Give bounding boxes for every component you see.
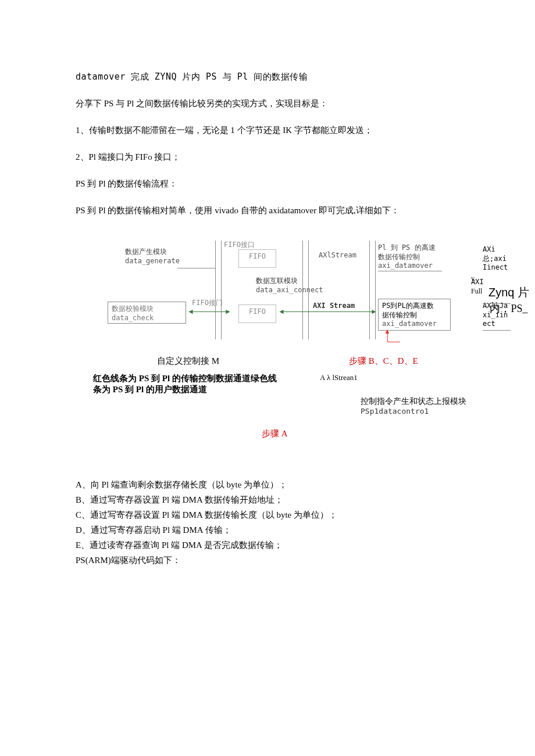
- data-check-en: data_check: [112, 314, 154, 322]
- diagram-captions: 自定义控制接 M 步骤 B、C、D、E 红色线条为 PS 到 Pl 的传输控制数…: [76, 356, 477, 454]
- diagram-vline: [215, 241, 216, 339]
- right-note-text: AXi: [483, 245, 495, 253]
- right-note-3: AXl⅛Ja xi_iin ect: [483, 302, 508, 329]
- diagram-vline: [375, 241, 376, 339]
- caption-line1: 红色线条为 PS 到 Pl 的传输控制数据通道绿色线: [93, 374, 277, 383]
- caption-control-module: 控制指令产生和状态上报模块 PSp1datacontro1: [361, 396, 466, 416]
- diagram-hline-green: [192, 311, 227, 312]
- right-note-text: xi_iin: [483, 311, 508, 319]
- caption-control-module-en: PSp1datacontro1: [361, 407, 429, 415]
- fifo-interface-label-bottom: FIFO接门: [192, 299, 223, 308]
- fifo-box-top: FIFO: [238, 249, 276, 268]
- axi-stream-label-mid: AXI Stream: [313, 302, 355, 311]
- arrow-up-icon: ▲: [384, 328, 391, 335]
- driver-code-heading: PS(ARM)端驱动代码如下：: [76, 553, 477, 567]
- diagram-hline: [177, 268, 215, 268]
- caption-step-a: 步骤 A: [262, 428, 288, 439]
- step-a: A、向 Pl 端查询剩余数据存储长度（以 byte 为单位）；: [76, 478, 477, 492]
- data-check-cn: 数据校验模块: [112, 304, 154, 313]
- data-connector-en: data_axi_connect: [256, 286, 323, 294]
- arrow-right-icon: ►: [224, 308, 231, 315]
- step-e: E、通过读寄存器查询 Pl 端 DMA 是否完成数据传输；: [76, 538, 477, 552]
- data-check-block: 数据校验模块 data_check: [108, 302, 186, 324]
- right-note-text: Iinect: [483, 263, 508, 271]
- data-generate-en: data_generate: [125, 257, 180, 265]
- right-note-text: ect: [483, 320, 495, 328]
- caption-axi-stream: A λ lStrean1: [320, 373, 358, 382]
- pl-to-ps-en: axi_datamover: [378, 261, 433, 270]
- flow-description: PS 到 Pl 的数据传输相对简单，使用 vivado 自带的 axidatam…: [76, 203, 477, 217]
- right-note-text: 总;axi: [483, 255, 507, 263]
- caption-red-green-lines: 红色线条为 PS 到 Pl 的传输控制数据通道绿色线 条为 PS 到 Pl 的用…: [93, 373, 308, 395]
- title: datamover 完成 ZYNQ 片内 PS 与 Pl 间的数据传输: [76, 70, 477, 84]
- data-connector-block: 数据互联模块 data_axi_connect: [256, 277, 323, 295]
- pl-to-ps-block: Pl 到 PS 的高速 数据传输控制 axi_datamover: [378, 243, 436, 271]
- step-c: C、通过写寄存器设置 Pl 端 DMA 数据传输长度（以 byte 为单位）；: [76, 508, 477, 522]
- diagram-vline: [221, 241, 222, 339]
- goal-2: 2、Pl 端接口为 FIFo 接口；: [76, 150, 477, 164]
- step-d: D、通过写寄存器启动 Pl 端 DMA 传输；: [76, 523, 477, 537]
- right-note-text: Full: [471, 287, 482, 295]
- goal-1: 1、传输时数据不能滞留在一端，无论是 1 个字节还是 IK 字节都能立即发送；: [76, 123, 477, 137]
- fifo-interface-label-top: FIFO接口: [224, 241, 255, 250]
- ps-to-pl-block: PS到PL的高速数 据传输控制 axi_datamover: [378, 299, 451, 331]
- block-diagram: 数据产生模块 data_generate FIFO接口 FIFO AXlStre…: [76, 241, 477, 351]
- note-zynq: Zynq 片: [488, 286, 529, 299]
- document-page: datamover 完成 ZYNQ 片内 PS 与 Pl 间的数据传输 分享下 …: [0, 0, 535, 603]
- right-note-2: AXI Full: [471, 278, 484, 296]
- fifo-box-bottom: FIFO: [238, 304, 276, 323]
- pl-to-ps-cn1: Pl 到 PS 的高速: [378, 243, 436, 252]
- axi-stream-label-top: AXlStream: [319, 251, 356, 260]
- caption-control-module-cn: 控制指令产生和状态上报模块: [361, 397, 466, 406]
- pl-to-ps-cn2: 数据传输控制: [378, 253, 420, 261]
- caption-steps-bcde: 步骤 B、C、D、E: [349, 356, 418, 367]
- intro-paragraph: 分享下 PS 与 Pl 之间数据传输比较另类的实现方式，实现目标是：: [76, 96, 477, 110]
- step-b: B、通过写寄存器设置 Pl 端 DMA 数据传输开始地址；: [76, 493, 477, 507]
- ps-to-pl-cn1: PS到PL的高速数: [382, 302, 434, 310]
- data-generate-cn: 数据产生模块: [125, 248, 167, 256]
- flow-heading: PS 到 Pl 的数据传输流程：: [76, 177, 477, 191]
- data-connector-cn: 数据互联模块: [256, 277, 298, 285]
- arrow-right-icon: ►: [370, 308, 377, 315]
- steps-list: A、向 Pl 端查询剩余数据存储长度（以 byte 为单位）； B、通过写寄存器…: [76, 478, 477, 567]
- diagram-hline-green: [283, 311, 373, 312]
- ps-to-pl-cn2: 据传输控制: [382, 311, 417, 319]
- diagram-hline: [378, 271, 442, 271]
- data-generate-block: 数据产生模块 data_generate: [125, 248, 180, 266]
- caption-line2: 条为 PS 到 Pl 的用户数据通道: [93, 385, 207, 394]
- diagram-hline-red: [387, 342, 400, 342]
- diagram-hline: [483, 303, 511, 304]
- caption-custom-control: 自定义控制接 M: [157, 356, 219, 367]
- right-note-text: AXI: [471, 278, 484, 286]
- right-note-1: AXi 总;axi Iinect: [483, 245, 508, 273]
- diagram-hline: [483, 330, 511, 331]
- diagram-vline: [369, 241, 370, 339]
